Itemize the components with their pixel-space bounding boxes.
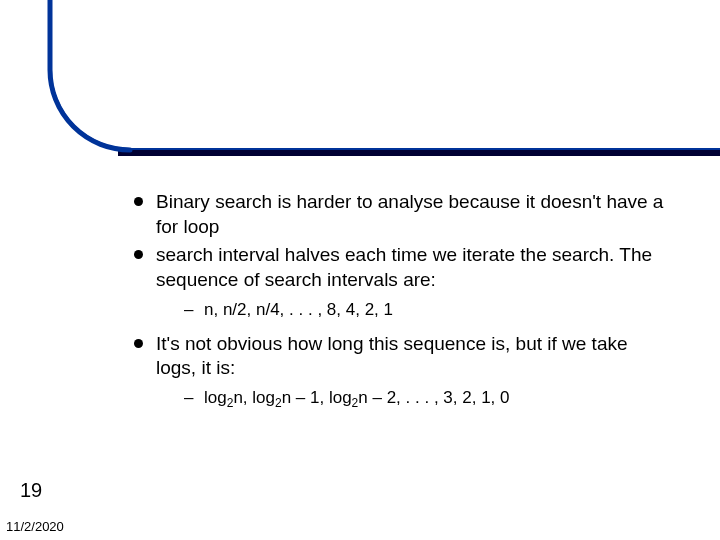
sub-bullet-list: log2n, log2n – 1, log2n – 2, . . . , 3, … bbox=[156, 387, 670, 410]
bullet-item: Binary search is harder to analyse becau… bbox=[130, 190, 670, 239]
svg-rect-0 bbox=[118, 148, 720, 156]
main-bullet-list: Binary search is harder to analyse becau… bbox=[130, 190, 670, 410]
bullet-text: Binary search is harder to analyse becau… bbox=[156, 191, 663, 237]
bullet-item: search interval halves each time we iter… bbox=[130, 243, 670, 321]
bullet-text: search interval halves each time we iter… bbox=[156, 244, 652, 290]
date-footer: 11/2/2020 bbox=[6, 519, 64, 534]
bullet-item: It's not obvious how long this sequence … bbox=[130, 332, 670, 410]
sub-bullet-item: log2n, log2n – 1, log2n – 2, . . . , 3, … bbox=[180, 387, 670, 410]
slide-number: 19 bbox=[20, 479, 42, 502]
sub-bullet-text: n, n/2, n/4, . . . , 8, 4, 2, 1 bbox=[204, 300, 393, 319]
log-expression: log2n, log2n – 1, log2n – 2, . . . , 3, … bbox=[204, 388, 510, 407]
slide-header-decoration bbox=[0, 0, 720, 160]
slide-content: Binary search is harder to analyse becau… bbox=[130, 190, 670, 420]
sub-bullet-item: n, n/2, n/4, . . . , 8, 4, 2, 1 bbox=[180, 299, 670, 322]
bullet-text: It's not obvious how long this sequence … bbox=[156, 333, 628, 379]
sub-bullet-list: n, n/2, n/4, . . . , 8, 4, 2, 1 bbox=[156, 299, 670, 322]
